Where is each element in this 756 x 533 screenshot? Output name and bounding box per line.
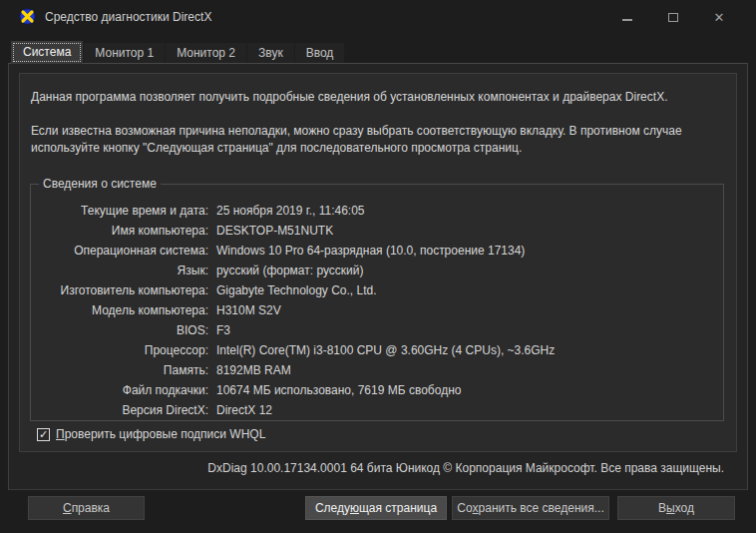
- info-label: Текущие время и дата:: [31, 204, 208, 218]
- tab-display2[interactable]: Монитор 2: [166, 43, 246, 64]
- dxdiag-version-status: DxDiag 10.00.17134.0001 64 бита Юникод ©…: [207, 461, 724, 475]
- info-value: DESKTOP-M51NUTK: [216, 224, 723, 238]
- info-row: Язык:русский (формат: русский): [31, 261, 723, 280]
- system-tab-page: Данная программа позволяет получить подр…: [19, 73, 737, 452]
- close-icon: ✕: [714, 10, 725, 25]
- window-title: Средство диагностики DirectX: [45, 10, 211, 24]
- window-controls: ✕: [604, 6, 742, 28]
- maximize-button[interactable]: [650, 6, 696, 28]
- info-value: русский (формат: русский): [216, 264, 723, 277]
- intro-paragraph-2: Если известна возможная причина неполадк…: [31, 123, 727, 157]
- info-row: Модель компьютера:H310M S2V: [31, 300, 723, 320]
- info-label: Операционная система:: [31, 244, 208, 258]
- groupbox-legend: Сведения о системе: [39, 177, 161, 191]
- dxdiag-window: { "window": { "title": "Средство диагнос…: [0, 0, 756, 533]
- info-value: Gigabyte Technology Co., Ltd.: [216, 283, 723, 297]
- info-row: Память:8192MB RAM: [31, 360, 723, 380]
- minimize-icon: [622, 19, 632, 21]
- close-button[interactable]: ✕: [696, 6, 742, 28]
- info-value: 8192MB RAM: [216, 363, 723, 377]
- info-label: Язык:: [31, 264, 208, 277]
- info-value: F3: [216, 323, 723, 337]
- system-info-rows: Текущие время и дата:25 ноября 2019 г., …: [31, 185, 723, 420]
- tab-input[interactable]: Ввод: [295, 43, 345, 64]
- info-label: Файл подкачки:: [31, 383, 208, 397]
- info-label: Модель компьютера:: [31, 303, 208, 317]
- intro-paragraph-1: Данная программа позволяет получить подр…: [31, 89, 727, 105]
- exit-button[interactable]: Выход: [617, 496, 735, 520]
- info-label: Память:: [31, 363, 208, 377]
- tab-panel: Данная программа позволяет получить подр…: [8, 63, 748, 490]
- info-label: Имя компьютера:: [31, 224, 208, 238]
- info-row: Текущие время и дата:25 ноября 2019 г., …: [31, 201, 723, 221]
- info-value: 25 ноября 2019 г., 11:46:05: [216, 204, 723, 218]
- info-row: Процессор:Intel(R) Core(TM) i3-8100 CPU …: [31, 340, 723, 360]
- info-label: BIOS:: [31, 323, 208, 337]
- directx-icon: [19, 8, 36, 25]
- info-value: Windows 10 Pro 64-разрядная (10.0, постр…: [216, 244, 723, 258]
- info-value: H310M S2V: [216, 303, 723, 317]
- info-label: Процессор:: [31, 343, 208, 357]
- tab-display1[interactable]: Монитор 1: [84, 43, 165, 64]
- info-value: DirectX 12: [216, 403, 723, 417]
- info-row: Операционная система:Windows 10 Pro 64-р…: [31, 241, 723, 261]
- minimize-button[interactable]: [604, 6, 650, 28]
- help-button[interactable]: Справка: [28, 496, 145, 520]
- titlebar: Средство диагностики DirectX ✕: [0, 0, 756, 34]
- info-value: Intel(R) Core(TM) i3-8100 CPU @ 3.60GHz …: [216, 343, 723, 357]
- info-row: Версия DirectX:DirectX 12: [31, 400, 723, 420]
- tab-system[interactable]: Система: [11, 41, 83, 64]
- system-info-groupbox: Сведения о системе Текущие время и дата:…: [30, 184, 724, 421]
- info-label: Версия DirectX:: [31, 403, 208, 417]
- next-page-button[interactable]: Следующая страница: [305, 496, 447, 520]
- whql-checkbox-row[interactable]: ✓ Проверить цифровые подписи WHQL: [37, 427, 265, 441]
- info-value: 10674 МБ использовано, 7619 МБ свободно: [216, 383, 723, 397]
- whql-checkbox[interactable]: ✓: [37, 428, 50, 441]
- save-all-info-button[interactable]: Сохранить все сведения...: [452, 496, 609, 520]
- maximize-icon: [668, 13, 678, 22]
- info-row: Имя компьютера:DESKTOP-M51NUTK: [31, 221, 723, 241]
- tab-sound[interactable]: Звук: [247, 43, 294, 64]
- info-row: BIOS:F3: [31, 320, 723, 340]
- info-label: Изготовитель компьютера:: [31, 283, 208, 297]
- info-row: Изготовитель компьютера:Gigabyte Technol…: [31, 280, 723, 300]
- info-row: Файл подкачки:10674 МБ использовано, 761…: [31, 380, 723, 400]
- tabstrip: Система Монитор 1 Монитор 2 Звук Ввод: [11, 42, 345, 64]
- whql-checkbox-label: Проверить цифровые подписи WHQL: [56, 427, 265, 441]
